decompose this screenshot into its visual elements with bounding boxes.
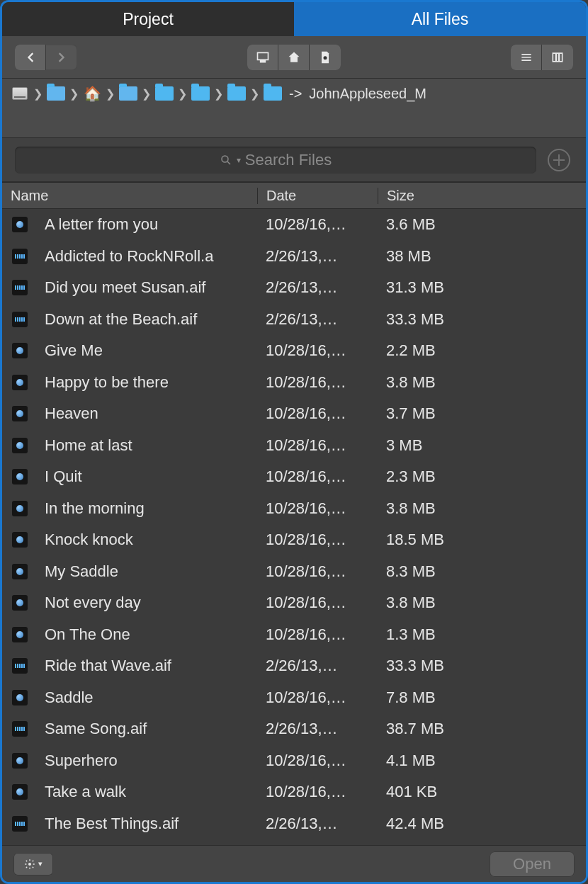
table-row[interactable]: Ride that Wave.aif2/26/13,…33.3 MB (2, 650, 586, 682)
table-row[interactable]: On The One10/28/16,…1.3 MB (2, 619, 586, 651)
file-date: 2/26/13,… (257, 278, 378, 297)
audio-file-icon (12, 280, 28, 295)
audio-file-icon (12, 721, 28, 737)
file-size: 3.7 MB (378, 404, 586, 423)
breadcrumb-current: JohnAppleseed_M (305, 86, 426, 102)
audio-file-icon (12, 312, 28, 327)
table-row[interactable]: Knock knock10/28/16,…18.5 MB (2, 524, 586, 556)
table-row[interactable]: Same Song.aif2/26/13,…38.7 MB (2, 713, 586, 745)
file-size: 31.3 MB (378, 278, 586, 297)
tab-all-files[interactable]: All Files (294, 2, 586, 36)
table-row[interactable]: Down at the Beach.aif2/26/13,…33.3 MB (2, 304, 586, 336)
file-date: 2/26/13,… (257, 247, 378, 266)
tab-project[interactable]: Project (2, 2, 294, 36)
list-view-button[interactable] (511, 45, 542, 70)
house-icon: 🏠 (83, 86, 101, 101)
chevron-right-icon: ❯ (104, 87, 116, 101)
search-row: ▾ Search Files (2, 138, 586, 182)
search-input[interactable]: ▾ Search Files (15, 147, 536, 174)
svg-point-3 (28, 863, 31, 866)
breadcrumb[interactable]: ❯ ❯ 🏠 ❯ ❯ ❯ ❯ ❯ -> JohnAppleseed_M (2, 79, 586, 108)
file-size: 2.2 MB (378, 341, 586, 360)
file-date: 10/28/16,… (257, 531, 378, 549)
file-date: 10/28/16,… (257, 499, 378, 518)
home-button[interactable] (278, 45, 310, 70)
file-name: Happy to be there (33, 373, 257, 392)
project-file-icon (12, 406, 28, 421)
svg-point-0 (324, 56, 327, 60)
project-file-icon (12, 690, 28, 706)
file-size: 401 KB (378, 783, 586, 801)
table-row[interactable]: Saddle10/28/16,…7.8 MB (2, 682, 586, 714)
chevron-right-icon: ❯ (249, 87, 261, 101)
top-tabs: Project All Files (2, 2, 586, 36)
table-row[interactable]: Superhero10/28/16,…4.1 MB (2, 745, 586, 777)
audio-file-icon (12, 816, 28, 832)
column-date[interactable]: Date (257, 188, 378, 204)
table-row[interactable]: Home at last10/28/16,…3 MB (2, 430, 586, 462)
file-list[interactable]: A letter from you10/28/16,…3.6 MBAddicte… (2, 209, 586, 845)
file-name: In the morning (33, 499, 257, 518)
column-view-button[interactable] (542, 45, 573, 70)
file-date: 10/28/16,… (257, 373, 378, 392)
table-row[interactable]: Take a walk10/28/16,…401 KB (2, 776, 586, 808)
table-row[interactable]: My Saddle10/28/16,…8.3 MB (2, 556, 586, 588)
list-icon (519, 50, 533, 64)
table-row[interactable]: I Quit10/28/16,…2.3 MB (2, 461, 586, 493)
file-date: 10/28/16,… (257, 468, 378, 486)
file-date: 10/28/16,… (257, 625, 378, 644)
file-name: On The One (33, 625, 257, 644)
file-date: 10/28/16,… (257, 783, 378, 801)
chevron-right-icon: ❯ (32, 87, 44, 101)
plus-circle-icon (547, 148, 571, 172)
action-menu-button[interactable]: ▾ (13, 853, 53, 876)
project-file-icon (12, 501, 28, 516)
file-size: 33.3 MB (378, 310, 586, 329)
file-name: Heaven (33, 404, 257, 423)
table-row[interactable]: Heaven10/28/16,…3.7 MB (2, 398, 586, 430)
file-date: 2/26/13,… (257, 657, 378, 675)
forward-button[interactable] (46, 45, 77, 70)
file-date: 10/28/16,… (257, 215, 378, 234)
project-file-icon (12, 595, 28, 611)
chevron-right-icon: ❯ (213, 87, 225, 101)
table-row[interactable]: Give Me10/28/16,…2.2 MB (2, 335, 586, 367)
file-size: 18.5 MB (378, 531, 586, 549)
location-button-group (247, 45, 341, 70)
open-button[interactable]: Open (490, 851, 575, 877)
chevron-right-icon: ❯ (68, 87, 80, 101)
file-size: 1.3 MB (378, 625, 586, 644)
back-button[interactable] (15, 45, 46, 70)
folder-icon (227, 86, 246, 101)
file-date: 10/28/16,… (257, 341, 378, 360)
table-row[interactable]: Addicted to RockNRoll.a2/26/13,…38 MB (2, 241, 586, 273)
table-row[interactable]: Did you meet Susan.aif2/26/13,…31.3 MB (2, 272, 586, 304)
nav-button-group (15, 45, 77, 70)
table-row[interactable]: The Best Things.aif2/26/13,…42.4 MB (2, 808, 586, 840)
file-date: 10/28/16,… (257, 752, 378, 770)
file-browser-panel: Project All Files (0, 0, 588, 884)
toolbar (2, 36, 586, 79)
chevron-down-icon: ▾ (237, 155, 241, 165)
computer-icon (256, 50, 270, 64)
column-name[interactable]: Name (2, 188, 257, 204)
table-row[interactable]: Happy to be there10/28/16,…3.8 MB (2, 367, 586, 399)
filter-bar (2, 108, 586, 138)
computer-button[interactable] (247, 45, 278, 70)
project-home-button[interactable] (310, 45, 341, 70)
column-size[interactable]: Size (378, 188, 586, 204)
table-row[interactable]: Not every day10/28/16,…3.8 MB (2, 587, 586, 619)
file-name: Same Song.aif (33, 720, 257, 738)
file-size: 4.1 MB (378, 752, 586, 770)
file-size: 3.8 MB (378, 594, 586, 612)
project-file-icon (12, 753, 28, 769)
project-file-icon (12, 217, 28, 232)
column-headers: Name Date Size (2, 182, 586, 209)
table-row[interactable]: A letter from you10/28/16,…3.6 MB (2, 209, 586, 241)
file-date: 10/28/16,… (257, 436, 378, 455)
project-file-icon (12, 438, 28, 453)
table-row[interactable]: In the morning10/28/16,…3.8 MB (2, 493, 586, 525)
file-name: Give Me (33, 341, 257, 360)
drive-icon (11, 86, 29, 101)
add-button[interactable] (545, 146, 573, 174)
